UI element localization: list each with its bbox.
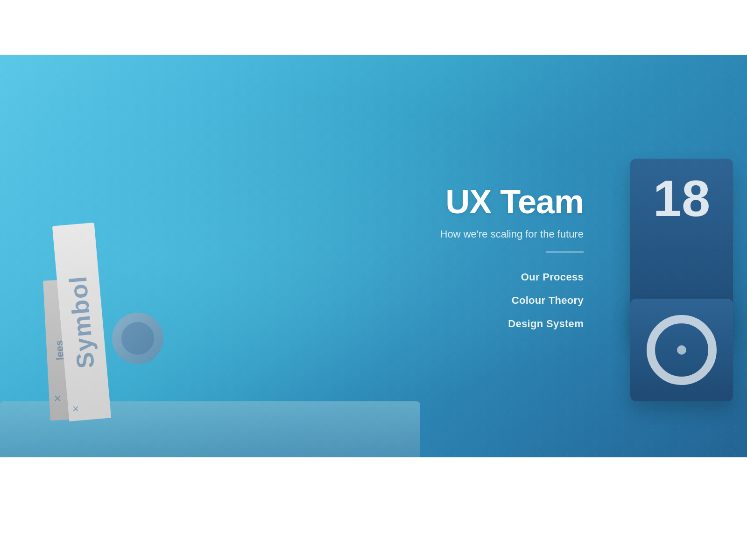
x-mark-2: × (72, 402, 79, 415)
bottom-bar (0, 457, 747, 560)
nav-item-colour-theory[interactable]: Colour Theory (512, 294, 584, 307)
hero-nav: Our Process Colour Theory Design System (440, 271, 584, 330)
hero-subtitle: How we're scaling for the future (440, 228, 584, 240)
book-symbol-text: Symbol (63, 274, 99, 370)
nav-item-design-system[interactable]: Design System (508, 318, 584, 330)
circular-inner (121, 322, 154, 355)
right-objects: 18 (570, 140, 747, 429)
x-mark-1: × (54, 391, 61, 406)
left-objects: lees Symbol × × (0, 131, 224, 457)
round-o-center (677, 345, 686, 355)
top-bar (0, 0, 747, 55)
circular-object (112, 313, 163, 364)
hero-section: lees Symbol × × 18 UX Team How we're sca… (0, 55, 747, 457)
calendar-number: 18 (653, 173, 710, 224)
hero-title: UX Team (440, 182, 584, 221)
hero-center-content: UX Team How we're scaling for the future… (440, 182, 584, 330)
nav-item-our-process[interactable]: Our Process (521, 271, 584, 283)
hero-divider (546, 252, 584, 252)
round-o-inner (647, 315, 717, 385)
round-object-o (630, 299, 733, 401)
